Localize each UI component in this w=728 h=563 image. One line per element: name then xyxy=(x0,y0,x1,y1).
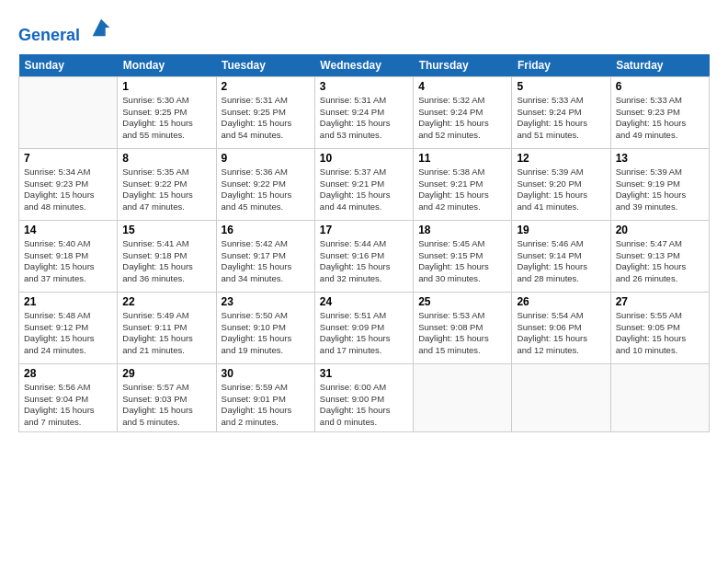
date-number: 13 xyxy=(616,152,704,165)
cell-content: Sunrise: 5:31 AM Sunset: 9:24 PM Dayligh… xyxy=(320,95,408,142)
date-number: 18 xyxy=(418,224,506,236)
calendar-cell: 28Sunrise: 5:56 AM Sunset: 9:04 PM Dayli… xyxy=(19,363,118,431)
calendar-cell: 3Sunrise: 5:31 AM Sunset: 9:24 PM Daylig… xyxy=(314,76,413,148)
cell-content: Sunrise: 5:49 AM Sunset: 9:11 PM Dayligh… xyxy=(122,310,210,357)
calendar-cell: 5Sunrise: 5:33 AM Sunset: 9:24 PM Daylig… xyxy=(512,76,610,148)
date-number: 26 xyxy=(517,295,605,308)
cell-content: Sunrise: 6:00 AM Sunset: 9:00 PM Dayligh… xyxy=(320,382,408,429)
calendar-week-2: 14Sunrise: 5:40 AM Sunset: 9:18 PM Dayli… xyxy=(19,220,710,292)
date-number: 5 xyxy=(517,80,605,93)
logo-text: General xyxy=(18,18,114,45)
cell-content: Sunrise: 5:35 AM Sunset: 9:22 PM Dayligh… xyxy=(122,167,210,213)
calendar-table: SundayMondayTuesdayWednesdayThursdayFrid… xyxy=(18,54,710,432)
cell-content: Sunrise: 5:59 AM Sunset: 9:01 PM Dayligh… xyxy=(222,382,310,429)
calendar-cell: 13Sunrise: 5:39 AM Sunset: 9:19 PM Dayli… xyxy=(610,148,709,220)
calendar-cell: 21Sunrise: 5:48 AM Sunset: 9:12 PM Dayli… xyxy=(19,292,118,363)
calendar-cell: 11Sunrise: 5:38 AM Sunset: 9:21 PM Dayli… xyxy=(414,148,512,220)
day-header-tuesday: Tuesday xyxy=(216,54,314,77)
cell-content: Sunrise: 5:40 AM Sunset: 9:18 PM Dayligh… xyxy=(24,238,112,285)
calendar-cell: 24Sunrise: 5:51 AM Sunset: 9:09 PM Dayli… xyxy=(314,292,413,363)
calendar-cell: 30Sunrise: 5:59 AM Sunset: 9:01 PM Dayli… xyxy=(216,363,314,431)
cell-content: Sunrise: 5:33 AM Sunset: 9:24 PM Dayligh… xyxy=(517,95,605,142)
calendar-cell: 31Sunrise: 6:00 AM Sunset: 9:00 PM Dayli… xyxy=(314,363,413,431)
calendar-cell: 25Sunrise: 5:53 AM Sunset: 9:08 PM Dayli… xyxy=(414,292,512,363)
cell-content: Sunrise: 5:34 AM Sunset: 9:23 PM Dayligh… xyxy=(24,167,112,213)
day-header-monday: Monday xyxy=(118,54,216,77)
calendar-cell: 2Sunrise: 5:31 AM Sunset: 9:25 PM Daylig… xyxy=(216,76,314,148)
calendar-cell: 26Sunrise: 5:54 AM Sunset: 9:06 PM Dayli… xyxy=(512,292,610,363)
cell-content: Sunrise: 5:57 AM Sunset: 9:03 PM Dayligh… xyxy=(122,382,210,429)
svg-marker-0 xyxy=(93,19,110,37)
date-number: 20 xyxy=(616,224,704,236)
date-number: 30 xyxy=(222,367,310,380)
cell-content: Sunrise: 5:32 AM Sunset: 9:24 PM Dayligh… xyxy=(418,95,506,142)
date-number: 31 xyxy=(320,367,408,380)
date-number: 12 xyxy=(517,152,605,165)
calendar-cell: 17Sunrise: 5:44 AM Sunset: 9:16 PM Dayli… xyxy=(314,220,413,292)
date-number: 14 xyxy=(24,224,112,236)
calendar-cell xyxy=(19,76,118,148)
calendar-week-1: 7Sunrise: 5:34 AM Sunset: 9:23 PM Daylig… xyxy=(19,148,710,220)
page-header: General xyxy=(18,15,710,45)
day-header-friday: Friday xyxy=(512,54,610,77)
date-number: 22 xyxy=(122,295,210,308)
cell-content: Sunrise: 5:48 AM Sunset: 9:12 PM Dayligh… xyxy=(24,310,112,357)
date-number: 10 xyxy=(320,152,408,165)
cell-content: Sunrise: 5:45 AM Sunset: 9:15 PM Dayligh… xyxy=(418,238,506,285)
calendar-cell xyxy=(414,363,512,431)
day-header-saturday: Saturday xyxy=(610,54,709,77)
calendar-cell: 6Sunrise: 5:33 AM Sunset: 9:23 PM Daylig… xyxy=(610,76,709,148)
date-number: 3 xyxy=(320,80,408,93)
date-number: 29 xyxy=(122,367,210,380)
date-number: 28 xyxy=(24,367,112,380)
calendar-cell: 8Sunrise: 5:35 AM Sunset: 9:22 PM Daylig… xyxy=(118,148,216,220)
cell-content: Sunrise: 5:51 AM Sunset: 9:09 PM Dayligh… xyxy=(320,310,408,357)
date-number: 15 xyxy=(122,224,210,236)
date-number: 19 xyxy=(517,224,605,236)
calendar-week-0: 1Sunrise: 5:30 AM Sunset: 9:25 PM Daylig… xyxy=(19,76,710,148)
calendar-cell: 27Sunrise: 5:55 AM Sunset: 9:05 PM Dayli… xyxy=(610,292,709,363)
date-number: 2 xyxy=(222,80,310,93)
cell-content: Sunrise: 5:31 AM Sunset: 9:25 PM Dayligh… xyxy=(222,95,310,142)
calendar-cell xyxy=(512,363,610,431)
cell-content: Sunrise: 5:50 AM Sunset: 9:10 PM Dayligh… xyxy=(222,310,310,357)
cell-content: Sunrise: 5:33 AM Sunset: 9:23 PM Dayligh… xyxy=(616,95,704,142)
cell-content: Sunrise: 5:47 AM Sunset: 9:13 PM Dayligh… xyxy=(616,238,704,285)
date-number: 16 xyxy=(222,224,310,236)
calendar-cell: 23Sunrise: 5:50 AM Sunset: 9:10 PM Dayli… xyxy=(216,292,314,363)
date-number: 8 xyxy=(122,152,210,165)
cell-content: Sunrise: 5:30 AM Sunset: 9:25 PM Dayligh… xyxy=(122,95,210,142)
calendar-cell: 7Sunrise: 5:34 AM Sunset: 9:23 PM Daylig… xyxy=(19,148,118,220)
calendar-cell: 4Sunrise: 5:32 AM Sunset: 9:24 PM Daylig… xyxy=(414,76,512,148)
calendar-body: 1Sunrise: 5:30 AM Sunset: 9:25 PM Daylig… xyxy=(19,76,710,431)
calendar-cell: 15Sunrise: 5:41 AM Sunset: 9:18 PM Dayli… xyxy=(118,220,216,292)
date-number: 25 xyxy=(418,295,506,308)
date-number: 11 xyxy=(418,152,506,165)
calendar-cell: 9Sunrise: 5:36 AM Sunset: 9:22 PM Daylig… xyxy=(216,148,314,220)
day-header-wednesday: Wednesday xyxy=(314,54,413,77)
day-header-thursday: Thursday xyxy=(414,54,512,77)
cell-content: Sunrise: 5:46 AM Sunset: 9:14 PM Dayligh… xyxy=(517,238,605,285)
date-number: 17 xyxy=(320,224,408,236)
page-container: General SundayMondayTuesdayWednesdayThur… xyxy=(0,0,728,442)
calendar-cell: 20Sunrise: 5:47 AM Sunset: 9:13 PM Dayli… xyxy=(610,220,709,292)
cell-content: Sunrise: 5:38 AM Sunset: 9:21 PM Dayligh… xyxy=(418,167,506,213)
calendar-cell: 16Sunrise: 5:42 AM Sunset: 9:17 PM Dayli… xyxy=(216,220,314,292)
cell-content: Sunrise: 5:41 AM Sunset: 9:18 PM Dayligh… xyxy=(122,238,210,285)
calendar-cell: 29Sunrise: 5:57 AM Sunset: 9:03 PM Dayli… xyxy=(118,363,216,431)
logo: General xyxy=(18,18,114,45)
calendar-cell: 19Sunrise: 5:46 AM Sunset: 9:14 PM Dayli… xyxy=(512,220,610,292)
calendar-cell: 1Sunrise: 5:30 AM Sunset: 9:25 PM Daylig… xyxy=(118,76,216,148)
cell-content: Sunrise: 5:37 AM Sunset: 9:21 PM Dayligh… xyxy=(320,167,408,213)
cell-content: Sunrise: 5:42 AM Sunset: 9:17 PM Dayligh… xyxy=(222,238,310,285)
calendar-cell: 10Sunrise: 5:37 AM Sunset: 9:21 PM Dayli… xyxy=(314,148,413,220)
cell-content: Sunrise: 5:55 AM Sunset: 9:05 PM Dayligh… xyxy=(616,310,704,357)
date-number: 24 xyxy=(320,295,408,308)
cell-content: Sunrise: 5:44 AM Sunset: 9:16 PM Dayligh… xyxy=(320,238,408,285)
calendar-cell xyxy=(610,363,709,431)
calendar-week-4: 28Sunrise: 5:56 AM Sunset: 9:04 PM Dayli… xyxy=(19,363,710,431)
calendar-cell: 14Sunrise: 5:40 AM Sunset: 9:18 PM Dayli… xyxy=(19,220,118,292)
cell-content: Sunrise: 5:56 AM Sunset: 9:04 PM Dayligh… xyxy=(24,382,112,429)
logo-icon xyxy=(88,15,114,40)
date-number: 27 xyxy=(616,295,704,308)
